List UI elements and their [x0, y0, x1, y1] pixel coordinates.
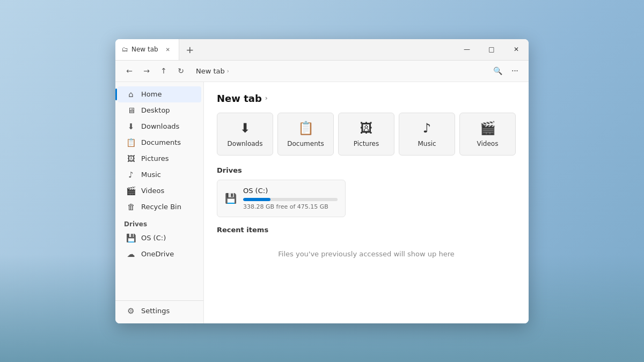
tab-close-button[interactable]: ✕ — [164, 45, 172, 54]
page-title: New tab › — [217, 93, 516, 104]
breadcrumb-text: New tab — [196, 67, 225, 75]
drives-section-label: Drives — [115, 215, 203, 230]
sidebar-item-settings[interactable]: ⚙ Settings — [118, 303, 201, 319]
sidebar-label-recycle-bin: Recycle Bin — [141, 203, 181, 211]
quick-documents-label: Documents — [287, 140, 324, 147]
quick-videos-icon: 🎬 — [480, 121, 496, 136]
sidebar-label-settings: Settings — [141, 307, 170, 315]
pictures-icon: 🖼 — [126, 154, 136, 164]
tab-title: New tab — [131, 46, 158, 53]
settings-icon: ⚙ — [126, 306, 136, 316]
drive-bar-fill — [243, 198, 270, 201]
new-tab-button[interactable]: + — [181, 41, 199, 58]
recent-items-empty-message: Files you've previously accessed will sh… — [217, 239, 516, 269]
refresh-button[interactable]: ↻ — [173, 63, 188, 78]
desktop-icon: 🖥 — [126, 106, 136, 115]
quick-access-downloads[interactable]: ⬇ Downloads — [217, 113, 273, 156]
quick-access-grid: ⬇ Downloads 📋 Documents 🖼 Pictures ♪ Mus… — [217, 113, 516, 156]
downloads-icon: ⬇ — [126, 122, 136, 131]
forward-button[interactable]: → — [139, 63, 154, 78]
sidebar-label-music: Music — [141, 171, 161, 179]
quick-videos-label: Videos — [477, 140, 499, 147]
sidebar-label-c-drive: OS (C:) — [141, 234, 166, 242]
sidebar-bottom: ⚙ Settings — [115, 300, 203, 319]
drive-card-c[interactable]: 💾 OS (C:) 338.28 GB free of 475.15 GB — [217, 180, 346, 217]
close-button[interactable]: ✕ — [504, 39, 529, 60]
sidebar-label-desktop: Desktop — [141, 106, 170, 114]
nav-bar: ← → ↑ ↻ New tab › 🔍 ··· — [115, 61, 529, 82]
maximize-button[interactable]: □ — [479, 39, 504, 60]
sidebar-item-c-drive[interactable]: 💾 OS (C:) — [118, 230, 201, 246]
content-area: ⌂ Home 🖥 Desktop ⬇ Downloads 📋 Documents… — [115, 82, 529, 323]
sidebar-label-documents: Documents — [141, 138, 181, 146]
drive-free-text: 338.28 GB free of 475.15 GB — [243, 203, 338, 210]
quick-music-label: Music — [418, 140, 436, 147]
sidebar-item-music[interactable]: ♪ Music — [118, 167, 201, 183]
breadcrumb-chevron-icon: › — [227, 68, 229, 74]
page-title-text: New tab — [217, 93, 262, 104]
recycle-bin-icon: 🗑 — [126, 202, 136, 212]
quick-access-pictures[interactable]: 🖼 Pictures — [338, 113, 394, 156]
breadcrumb-bar[interactable]: New tab › — [191, 63, 488, 78]
title-bar: 🗂 New tab ✕ + — □ ✕ — [115, 39, 529, 61]
more-options-button[interactable]: ··· — [507, 63, 522, 78]
c-drive-icon: 💾 — [126, 233, 136, 243]
sidebar-item-videos[interactable]: 🎬 Videos — [118, 183, 201, 199]
tabs-area: 🗂 New tab ✕ + — [115, 39, 455, 60]
sidebar-label-videos: Videos — [141, 187, 164, 195]
quick-access-videos[interactable]: 🎬 Videos — [459, 113, 516, 156]
search-button[interactable]: 🔍 — [490, 63, 505, 78]
recent-items-label: Recent items — [217, 226, 516, 234]
active-tab[interactable]: 🗂 New tab ✕ — [115, 39, 179, 60]
back-button[interactable]: ← — [122, 63, 137, 78]
sidebar-item-pictures[interactable]: 🖼 Pictures — [118, 151, 201, 167]
onedrive-icon: ☁ — [126, 249, 136, 259]
home-icon: ⌂ — [126, 90, 136, 99]
quick-pictures-label: Pictures — [354, 140, 379, 147]
videos-icon: 🎬 — [126, 186, 136, 196]
window-controls: — □ ✕ — [455, 39, 529, 60]
quick-downloads-label: Downloads — [228, 140, 263, 147]
main-panel: New tab › ⬇ Downloads 📋 Documents 🖼 Pict… — [204, 82, 529, 323]
sidebar-label-onedrive: OneDrive — [141, 250, 174, 258]
sidebar-label-downloads: Downloads — [141, 122, 179, 130]
sidebar-item-home[interactable]: ⌂ Home — [118, 86, 201, 102]
recent-items-section: Recent items Files you've previously acc… — [217, 226, 516, 269]
sidebar-item-documents[interactable]: 📋 Documents — [118, 135, 201, 151]
drive-c-icon: 💾 — [225, 193, 237, 204]
quick-documents-icon: 📋 — [298, 121, 314, 136]
minimize-button[interactable]: — — [455, 39, 479, 60]
page-title-chevron-icon: › — [265, 94, 268, 102]
up-button[interactable]: ↑ — [156, 63, 171, 78]
sidebar-label-home: Home — [141, 90, 162, 98]
quick-access-music[interactable]: ♪ Music — [399, 113, 455, 156]
sidebar-item-downloads[interactable]: ⬇ Downloads — [118, 119, 201, 135]
quick-music-icon: ♪ — [423, 121, 431, 136]
documents-icon: 📋 — [126, 138, 136, 147]
drive-name: OS (C:) — [243, 187, 338, 195]
sidebar-spacer — [115, 262, 203, 300]
music-icon: ♪ — [126, 170, 136, 180]
drive-info: OS (C:) 338.28 GB free of 475.15 GB — [243, 187, 338, 210]
tab-folder-icon: 🗂 — [122, 46, 128, 53]
quick-pictures-icon: 🖼 — [360, 121, 373, 136]
sidebar: ⌂ Home 🖥 Desktop ⬇ Downloads 📋 Documents… — [115, 82, 204, 323]
sidebar-label-pictures: Pictures — [141, 154, 169, 162]
quick-downloads-icon: ⬇ — [239, 121, 250, 136]
drive-bar-track — [243, 198, 338, 201]
drives-section-label: Drives — [217, 166, 516, 174]
quick-access-documents[interactable]: 📋 Documents — [277, 113, 334, 156]
sidebar-item-recycle-bin[interactable]: 🗑 Recycle Bin — [118, 199, 201, 215]
sidebar-item-desktop[interactable]: 🖥 Desktop — [118, 102, 201, 119]
sidebar-item-onedrive[interactable]: ☁ OneDrive — [118, 246, 201, 262]
file-explorer-window: 🗂 New tab ✕ + — □ ✕ ← → ↑ ↻ New tab › 🔍 … — [115, 39, 529, 323]
